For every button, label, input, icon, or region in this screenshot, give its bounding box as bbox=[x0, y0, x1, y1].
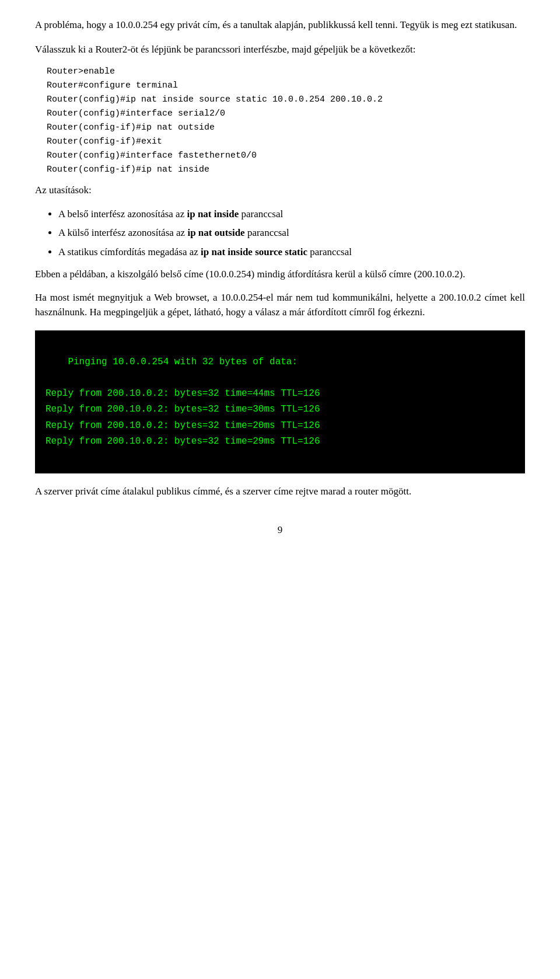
paragraph-3: Ebben a példában, a kiszolgáló belső cím… bbox=[35, 267, 525, 282]
router-cmd-6: Router(config-if)#exit bbox=[47, 137, 162, 147]
bullet-item-3: A statikus címfordítás megadása az ip na… bbox=[58, 244, 525, 261]
paragraph-1: A probléma, hogy a 10.0.0.254 egy privát… bbox=[35, 18, 525, 33]
router-cmd-8: Router(config-if)#ip nat inside bbox=[47, 165, 209, 175]
bullet-item-1: A belső interfész azonosítása az ip nat … bbox=[58, 206, 525, 223]
paragraph-4: Ha most ismét megnyitjuk a Web browset, … bbox=[35, 290, 525, 320]
bullet-1-before: A belső interfész azonosítása az bbox=[58, 208, 187, 220]
bullet-item-2: A külső interfész azonosítása az ip nat … bbox=[58, 225, 525, 242]
bullet-list: A belső interfész azonosítása az ip nat … bbox=[58, 206, 525, 262]
bullet-2-before: A külső interfész azonosítása az bbox=[58, 227, 187, 238]
bullet-3-before: A statikus címfordítás megadása az bbox=[58, 246, 201, 257]
router-cmd-7: Router(config)#interface fastethernet0/0 bbox=[47, 151, 257, 161]
paragraph-2-intro: Válasszuk ki a Router2-öt és lépjünk be … bbox=[35, 42, 525, 57]
terminal-line-1: Pinging 10.0.0.254 with 32 bytes of data… bbox=[68, 357, 298, 367]
router-cmd-1: Router>enable bbox=[47, 67, 115, 76]
terminal-line-3: Reply from 200.10.0.2: bytes=32 time=44m… bbox=[46, 388, 320, 399]
router-cmd-5: Router(config-if)#ip nat outside bbox=[47, 123, 215, 133]
paragraph-5: A szerver privát címe átalakul publikus … bbox=[35, 484, 525, 499]
page-number: 9 bbox=[35, 522, 525, 538]
bullet-3-after: paranccsal bbox=[307, 246, 352, 257]
terminal-output-block: Pinging 10.0.0.254 with 32 bytes of data… bbox=[35, 330, 525, 474]
bullet-2-after: paranccsal bbox=[245, 227, 289, 238]
bullet-1-bold: ip nat inside bbox=[187, 208, 239, 220]
main-content: A probléma, hogy a 10.0.0.254 egy privát… bbox=[35, 18, 525, 499]
terminal-line-4: Reply from 200.10.0.2: bytes=32 time=30m… bbox=[46, 404, 320, 414]
bullet-2-bold: ip nat outside bbox=[187, 227, 244, 238]
terminal-line-6: Reply from 200.10.0.2: bytes=32 time=29m… bbox=[46, 436, 320, 447]
instructions-header: Az utasítások: bbox=[35, 183, 525, 198]
router-cmd-3: Router(config)#ip nat inside source stat… bbox=[47, 95, 383, 104]
bullet-3-bold: ip nat inside source static bbox=[201, 246, 307, 257]
terminal-line-5: Reply from 200.10.0.2: bytes=32 time=20m… bbox=[46, 420, 320, 431]
router-cmd-2: Router#configure terminal bbox=[47, 81, 178, 90]
router-commands-block: Router>enable Router#configure terminal … bbox=[47, 65, 525, 177]
router-cmd-4: Router(config)#interface serial2/0 bbox=[47, 109, 225, 119]
bullet-1-after: paranccsal bbox=[239, 208, 283, 220]
